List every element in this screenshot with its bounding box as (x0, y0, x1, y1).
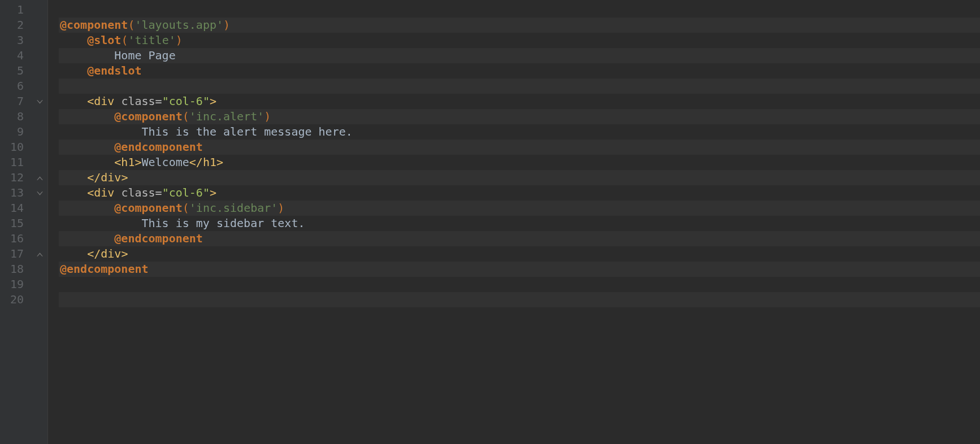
string-literal: 'layouts.app' (135, 18, 223, 32)
code-line[interactable]: </div> (59, 170, 980, 185)
code-line[interactable]: @slot('title') (59, 33, 980, 48)
string-literal: 'inc.sidebar' (189, 201, 278, 215)
html-tag: </div> (87, 171, 128, 184)
code-line[interactable] (59, 79, 980, 94)
line-number: 7 (0, 94, 32, 109)
line-number: 16 (0, 231, 32, 246)
text-content: This is the alert message here. (142, 125, 353, 138)
html-attr: class= (121, 94, 162, 108)
code-line[interactable]: @endcomponent (59, 231, 980, 246)
line-number: 9 (0, 124, 32, 140)
html-tag: </div> (87, 247, 128, 260)
line-number: 17 (0, 246, 32, 262)
line-number: 10 (0, 140, 32, 155)
line-number: 20 (0, 292, 32, 307)
html-tag: <h1> (114, 155, 141, 169)
code-line[interactable]: <div class="col-6"> (59, 185, 980, 201)
text-content: This is my sidebar text. (142, 216, 305, 230)
code-line[interactable]: @component('layouts.app') (59, 18, 980, 33)
text-content: Home Page (114, 49, 175, 62)
code-line[interactable]: @endcomponent (59, 140, 980, 155)
code-line[interactable]: @endcomponent (59, 262, 980, 277)
code-line[interactable]: </div> (59, 246, 980, 262)
line-number-gutter: 1234567891011121314151617181920 (0, 0, 32, 444)
blade-directive: @endcomponent (114, 232, 203, 245)
html-tag: <div (87, 186, 121, 199)
line-number: 12 (0, 170, 32, 185)
blade-directive: @component (60, 18, 128, 32)
blade-directive: @endslot (87, 64, 141, 77)
code-line[interactable]: Home Page (59, 48, 980, 63)
fold-collapse-icon[interactable] (36, 171, 44, 185)
indent-guide (47, 0, 59, 444)
html-tag: > (210, 186, 216, 199)
line-number: 6 (0, 79, 32, 94)
line-number: 3 (0, 33, 32, 48)
line-number: 5 (0, 63, 32, 79)
blade-directive: @slot (87, 33, 121, 47)
fold-expand-icon[interactable] (36, 95, 44, 108)
blade-directive: @component (114, 201, 182, 215)
html-attr: class= (121, 186, 162, 199)
line-number: 2 (0, 18, 32, 33)
string-literal: 'inc.alert' (189, 110, 264, 123)
line-number: 13 (0, 185, 32, 201)
code-line[interactable] (59, 292, 980, 307)
html-tag: <div (87, 94, 121, 108)
code-line[interactable]: <h1>Welcome</h1> (59, 155, 980, 170)
code-editor[interactable]: 1234567891011121314151617181920 @compone… (0, 0, 980, 444)
html-attr-value: col-6 (169, 186, 203, 199)
line-number: 19 (0, 277, 32, 292)
html-tag: </h1> (189, 155, 223, 169)
code-line[interactable]: This is my sidebar text. (59, 216, 980, 231)
code-line[interactable]: @component('inc.sidebar') (59, 201, 980, 216)
code-line[interactable] (59, 277, 980, 292)
string-literal: 'title' (128, 33, 175, 47)
fold-expand-icon[interactable] (36, 186, 44, 200)
fold-gutter (32, 0, 47, 444)
line-number: 14 (0, 201, 32, 216)
html-tag: > (210, 94, 216, 108)
line-number: 1 (0, 2, 32, 18)
blade-directive: @endcomponent (60, 262, 149, 276)
line-number: 11 (0, 155, 32, 170)
code-area[interactable]: @component('layouts.app') @slot('title')… (59, 0, 980, 444)
code-line[interactable]: @component('inc.alert') (59, 109, 980, 124)
code-line[interactable]: @endslot (59, 63, 980, 79)
blade-directive: @endcomponent (114, 140, 203, 154)
code-line[interactable]: <div class="col-6"> (59, 94, 980, 109)
code-line[interactable] (59, 2, 980, 18)
blade-directive: @component (114, 110, 182, 123)
code-line[interactable]: This is the alert message here. (59, 124, 980, 140)
fold-collapse-icon[interactable] (36, 247, 44, 261)
text-content: Welcome (142, 155, 189, 169)
line-number: 4 (0, 48, 32, 63)
line-number: 8 (0, 109, 32, 124)
html-attr-value: col-6 (169, 94, 203, 108)
line-number: 18 (0, 262, 32, 277)
line-number: 15 (0, 216, 32, 231)
